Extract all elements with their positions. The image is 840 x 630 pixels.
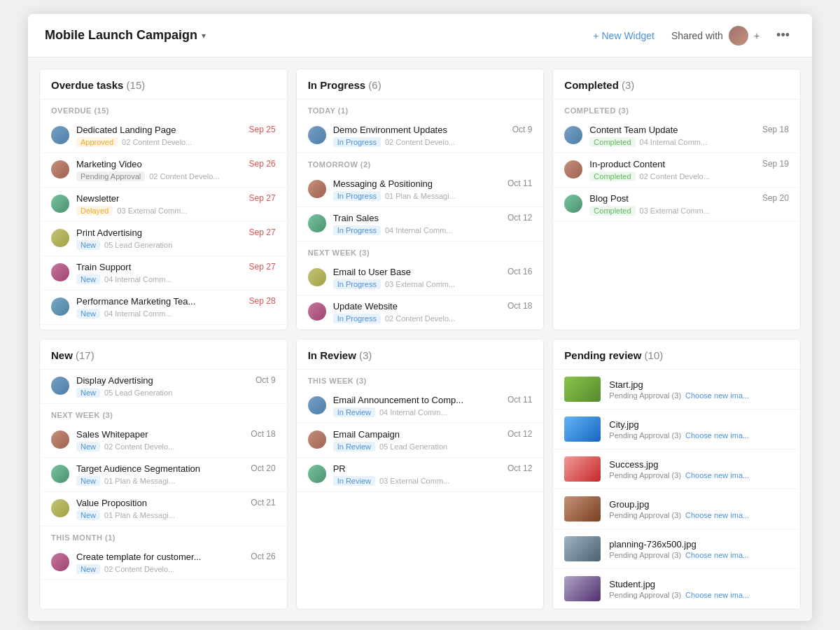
avatar xyxy=(51,160,69,178)
status-badge: New xyxy=(76,309,100,318)
header-right: + New Widget Shared with + ••• xyxy=(587,25,795,46)
avatar xyxy=(308,214,326,232)
section-label-tomorrow: TOMORROW (2) xyxy=(297,153,544,173)
thumbnail xyxy=(564,536,601,561)
choose-image-link[interactable]: Choose new ima... xyxy=(685,551,749,559)
new-widget-button[interactable]: + New Widget xyxy=(587,27,660,44)
status-badge: In Progress xyxy=(333,225,381,235)
column-completed: Completed (3) COMPLETED (3) Content Team… xyxy=(552,69,801,330)
thumbnail xyxy=(564,576,601,601)
status-badge: In Progress xyxy=(333,314,381,323)
avatar xyxy=(51,499,69,517)
section-label-next-week-new: NEXT WEEK (3) xyxy=(40,404,287,424)
inprogress-task-2[interactable]: Messaging & Positioning Oct 11 In Progre… xyxy=(297,173,544,207)
column-title-in-progress: In Progress (6) xyxy=(308,79,382,91)
avatar xyxy=(51,195,69,213)
status-badge: New xyxy=(76,564,100,574)
avatar xyxy=(564,195,582,213)
avatar xyxy=(308,302,326,321)
status-badge: New xyxy=(76,510,100,520)
new-task-1[interactable]: Display Advertising Oct 9 New 05 Lead Ge… xyxy=(40,370,287,404)
status-badge: Completed xyxy=(589,172,635,181)
avatar xyxy=(51,377,69,395)
column-header-in-review: In Review (3) xyxy=(297,340,544,370)
avatar xyxy=(51,465,69,483)
choose-image-link[interactable]: Choose new ima... xyxy=(685,431,749,440)
more-options-button[interactable]: ••• xyxy=(771,25,795,46)
column-title-completed: Completed (3) xyxy=(564,79,634,91)
overdue-task-1[interactable]: Dedicated Landing Page Sep 25 Approved 0… xyxy=(40,119,287,153)
completed-task-2[interactable]: In-product Content Sep 19 Completed 02 C… xyxy=(553,153,800,188)
pending-item-3[interactable]: Success.jpg Pending Approval (3) Choose … xyxy=(553,449,800,489)
avatar xyxy=(564,126,582,144)
status-badge: Completed xyxy=(589,137,635,147)
inprogress-task-1[interactable]: Demo Environment Updates Oct 9 In Progre… xyxy=(297,119,544,153)
completed-task-3[interactable]: Blog Post Sep 20 Completed 03 External C… xyxy=(553,188,800,222)
overdue-task-2[interactable]: Marketing Video Sep 26 Pending Approval … xyxy=(40,153,287,188)
choose-image-link[interactable]: Choose new ima... xyxy=(685,391,749,400)
column-header-in-progress: In Progress (6) xyxy=(297,69,544,99)
column-in-progress: In Progress (6) TODAY (1) Demo Environme… xyxy=(296,69,545,330)
status-badge: In Progress xyxy=(333,191,381,201)
status-badge: New xyxy=(76,240,100,250)
section-label-this-week: THIS WEEK (3) xyxy=(297,370,544,389)
overdue-task-3[interactable]: Newsletter Sep 27 Delayed 03 External Co… xyxy=(40,188,287,222)
status-badge: New xyxy=(76,274,100,284)
column-new: New (17) Display Advertising Oct 9 New 0… xyxy=(39,339,288,610)
choose-image-link[interactable]: Choose new ima... xyxy=(685,511,749,519)
avatar xyxy=(308,180,326,198)
overdue-task-6[interactable]: Performance Marketing Tea... Sep 28 New … xyxy=(40,290,287,325)
completed-task-1[interactable]: Content Team Update Sep 18 Completed 04 … xyxy=(553,119,800,153)
inreview-task-2[interactable]: Email Campaign Oct 12 In Review 05 Lead … xyxy=(297,424,544,458)
column-header-pending-review: Pending review (10) xyxy=(553,340,800,370)
inprogress-task-4[interactable]: Email to User Base Oct 16 In Progress 03… xyxy=(297,261,544,295)
in-progress-count: (6) xyxy=(368,79,381,91)
avatar xyxy=(51,229,69,247)
new-task-5[interactable]: Create template for customer... Oct 26 N… xyxy=(40,546,287,580)
column-in-review: In Review (3) THIS WEEK (3) Email Announ… xyxy=(296,339,545,610)
column-pending-review: Pending review (10) Start.jpg Pending Ap… xyxy=(552,339,801,610)
plus-icon: + xyxy=(593,30,598,41)
pending-review-count: (10) xyxy=(645,349,664,361)
column-title-new: New (17) xyxy=(51,349,94,361)
status-badge: In Review xyxy=(333,442,375,451)
app-container: Mobile Launch Campaign ▾ + New Widget Sh… xyxy=(28,14,812,621)
overdue-task-5[interactable]: Train Support Sep 27 New 04 Internal Com… xyxy=(40,256,287,290)
avatar xyxy=(51,553,69,571)
section-label-next-week-ip: NEXT WEEK (3) xyxy=(297,241,544,261)
inreview-task-3[interactable]: PR Oct 12 In Review 03 External Comm... xyxy=(297,458,544,492)
avatar xyxy=(308,430,326,449)
inreview-task-1[interactable]: Email Announcement to Comp... Oct 11 In … xyxy=(297,389,544,424)
thumbnail xyxy=(564,377,601,402)
choose-image-link[interactable]: Choose new ima... xyxy=(685,471,749,479)
column-header-overdue: Overdue tasks (15) xyxy=(40,69,287,99)
avatar xyxy=(51,298,69,316)
in-review-count: (3) xyxy=(359,349,372,361)
pending-item-1[interactable]: Start.jpg Pending Approval (3) Choose ne… xyxy=(553,370,800,410)
new-task-4[interactable]: Value Proposition Oct 21 New 01 Plan & M… xyxy=(40,492,287,526)
inprogress-task-3[interactable]: Train Sales Oct 12 In Progress 04 Intern… xyxy=(297,207,544,241)
pending-item-6[interactable]: Student.jpg Pending Approval (3) Choose … xyxy=(553,569,800,609)
column-title-overdue: Overdue tasks (15) xyxy=(51,79,145,91)
avatar xyxy=(564,160,582,178)
new-task-2[interactable]: Sales Whitepaper Oct 18 New 02 Content D… xyxy=(40,424,287,458)
add-user-icon[interactable]: + xyxy=(754,30,760,41)
avatar xyxy=(308,268,326,286)
status-badge: In Progress xyxy=(333,137,381,147)
new-widget-label: New Widget xyxy=(602,30,654,41)
pending-item-4[interactable]: Group.jpg Pending Approval (3) Choose ne… xyxy=(553,489,800,529)
choose-image-link[interactable]: Choose new ima... xyxy=(685,591,749,599)
new-task-3[interactable]: Target Audience Segmentation Oct 20 New … xyxy=(40,458,287,492)
status-badge: New xyxy=(76,476,100,486)
avatar xyxy=(729,26,748,46)
thumbnail xyxy=(564,416,601,442)
dropdown-icon[interactable]: ▾ xyxy=(202,31,206,41)
overdue-count: (15) xyxy=(127,79,146,91)
pending-item-5[interactable]: planning-736x500.jpg Pending Approval (3… xyxy=(553,529,800,569)
overdue-task-4[interactable]: Print Advertising Sep 27 New 05 Lead Gen… xyxy=(40,222,287,256)
status-badge: In Review xyxy=(333,476,375,486)
status-badge: New xyxy=(76,388,100,398)
status-badge: In Progress xyxy=(333,279,381,289)
inprogress-task-5[interactable]: Update Website Oct 18 In Progress 02 Con… xyxy=(297,295,544,330)
pending-item-2[interactable]: City.jpg Pending Approval (3) Choose new… xyxy=(553,410,800,449)
